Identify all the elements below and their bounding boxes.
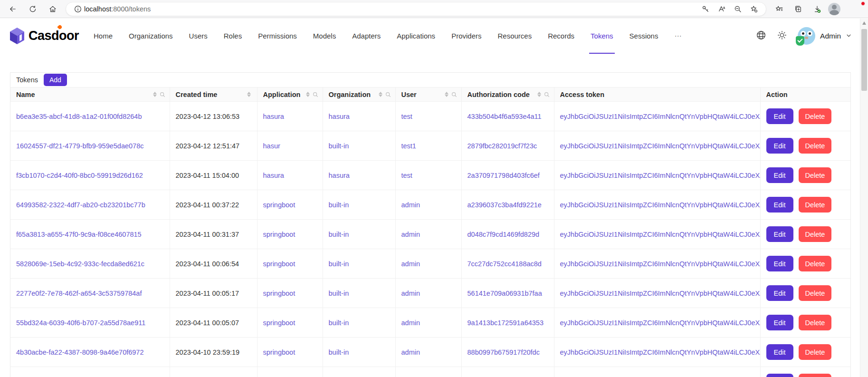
authorization-code-link[interactable]: 7cc27dc752cc4188ac8d [467,260,542,268]
read-aloud-icon[interactable] [714,2,730,16]
delete-button[interactable]: Delete [799,108,832,124]
scroll-up-arrow-icon[interactable] [862,21,866,25]
application-link[interactable]: springboot [263,319,296,327]
collections-icon[interactable] [790,2,806,16]
authorization-code-link[interactable]: 56141e709a06931b7faa [467,290,542,297]
application-link[interactable]: hasura [263,113,284,120]
nav-item-tokens[interactable]: Tokens [582,18,621,54]
authorization-code-link[interactable]: 9a1413bc172591a64353 [467,319,544,327]
account-menu[interactable]: Admin [798,27,852,45]
nav-item-more[interactable]: ⋯ [666,18,690,54]
column-header-organization[interactable]: Organization [323,87,395,102]
authorization-code-link[interactable]: 2a370971798d403fc6ef [467,172,540,179]
organization-link[interactable]: built-in [329,142,349,150]
search-icon[interactable] [544,91,550,98]
column-header-name[interactable]: Name [10,87,170,102]
user-link[interactable]: test [401,172,412,179]
application-link[interactable]: springboot [263,231,296,238]
organization-link[interactable]: built-in [329,201,349,209]
delete-button[interactable]: Delete [799,138,832,154]
nav-item-adapters[interactable]: Adapters [344,18,389,54]
organization-link[interactable]: built-in [329,260,349,268]
search-icon[interactable] [451,91,458,98]
edit-button[interactable]: Edit [766,108,793,124]
token-name-link[interactable]: b6ea3e35-abcf-41d8-a1a2-01f00fd8264b [16,113,142,120]
application-link[interactable]: springboot [263,201,296,209]
nav-item-home[interactable]: Home [86,18,121,54]
edit-button[interactable]: Edit [766,197,793,213]
delete-button[interactable]: Delete [799,374,832,377]
column-header-application[interactable]: Application [257,87,323,102]
access-token-link[interactable]: eyJhbGciOiJSUzI1NiIsImtpZCI6ImNlcnQtYnVp… [560,290,761,297]
edit-button[interactable]: Edit [766,138,793,154]
nav-item-records[interactable]: Records [540,18,582,54]
language-globe-icon[interactable] [756,30,766,42]
search-icon[interactable] [159,91,166,98]
access-token-link[interactable]: eyJhbGciOiJSUzI1NiIsImtpZCI6ImNlcnQtYnVp… [560,142,761,150]
application-link[interactable]: hasura [263,172,284,179]
nav-item-permissions[interactable]: Permissions [250,18,305,54]
nav-item-applications[interactable]: Applications [389,18,443,54]
delete-button[interactable]: Delete [799,226,832,242]
access-token-link[interactable]: eyJhbGciOiJSUzI1NiIsImtpZCI6ImNlcnQtYnVp… [560,172,761,179]
authorization-code-link[interactable]: 88b0997b675917f20fdc [467,348,540,356]
delete-button[interactable]: Delete [799,167,832,183]
token-name-link[interactable]: 64993582-2322-4df7-ab20-cb23201bc77b [16,201,145,209]
add-token-button[interactable]: Add [44,74,67,86]
token-name-link[interactable]: f65a3813-a655-47f0-9c9a-f08ce4607815 [16,231,142,238]
url-text[interactable]: localhost:8000/tokens [84,5,697,13]
user-link[interactable]: admin [401,201,420,209]
nav-item-users[interactable]: Users [181,18,216,54]
sorter-icon[interactable] [537,92,541,97]
browser-profile-avatar[interactable] [828,3,840,15]
user-link[interactable]: admin [401,348,420,356]
authorization-code-link[interactable]: 433b504b4f6a593e4a11 [467,113,542,120]
edit-button[interactable]: Edit [766,226,793,242]
edit-button[interactable]: Edit [766,285,793,301]
edit-button[interactable]: Edit [766,256,793,271]
casdoor-logo[interactable]: Casdoor [9,18,79,54]
token-name-link[interactable]: f3cb1070-c2d4-40f0-8bc0-59919d26d162 [16,172,143,179]
application-link[interactable]: springboot [263,260,296,268]
sorter-icon[interactable] [247,92,251,97]
token-name-link[interactable]: 5828069e-15eb-4c92-933c-fecda8ed621c [16,260,144,268]
theme-sun-icon[interactable] [777,30,787,42]
organization-link[interactable]: built-in [329,319,349,327]
sorter-icon[interactable] [379,92,382,97]
application-link[interactable]: springboot [263,348,296,356]
nav-item-models[interactable]: Models [305,18,344,54]
user-link[interactable]: admin [401,231,420,238]
token-name-link[interactable]: 55bd324a-6039-40f6-b707-2a55d78ae911 [16,319,145,327]
column-header-created-time[interactable]: Created time [170,87,257,102]
application-link[interactable]: springboot [263,290,296,297]
zoom-out-icon[interactable] [730,2,746,16]
edit-button[interactable]: Edit [766,344,793,360]
sorter-icon[interactable] [153,92,157,97]
user-link[interactable]: test [401,113,412,120]
token-name-link[interactable]: 4b30acbe-fa22-4387-8098-9a46e70f6972 [16,348,143,356]
access-token-link[interactable]: eyJhbGciOiJSUzI1NiIsImtpZCI6ImNlcnQtYnVp… [560,113,761,120]
token-name-link[interactable]: 16024557-df21-4779-bfb9-959e5dae078c [16,142,143,150]
nav-item-sessions[interactable]: Sessions [621,18,667,54]
downloads-icon[interactable] [809,2,825,16]
delete-button[interactable]: Delete [799,197,832,213]
browser-back-icon[interactable] [5,2,21,16]
page-scrollbar[interactable] [860,19,868,377]
organization-link[interactable]: hasura [329,113,350,120]
delete-button[interactable]: Delete [799,344,832,360]
application-link[interactable]: hasur [263,142,280,150]
nav-item-resources[interactable]: Resources [489,18,540,54]
scrollbar-thumb[interactable] [861,29,867,91]
edit-button[interactable]: Edit [766,167,793,183]
access-token-link[interactable]: eyJhbGciOiJSUzI1NiIsImtpZCI6ImNlcnQtYnVp… [560,201,761,209]
organization-link[interactable]: hasura [329,172,350,179]
password-key-icon[interactable] [697,2,714,16]
access-token-link[interactable]: eyJhbGciOiJSUzI1NiIsImtpZCI6ImNlcnQtYnVp… [560,319,761,327]
organization-link[interactable]: built-in [329,290,349,297]
organization-link[interactable]: built-in [329,231,349,238]
authorization-code-link[interactable]: 2879fbc282019cf7f23c [467,142,537,150]
edit-button[interactable]: Edit [766,374,793,377]
sorter-icon[interactable] [445,92,448,97]
edit-button[interactable]: Edit [766,315,793,330]
favorites-icon[interactable] [771,2,787,16]
